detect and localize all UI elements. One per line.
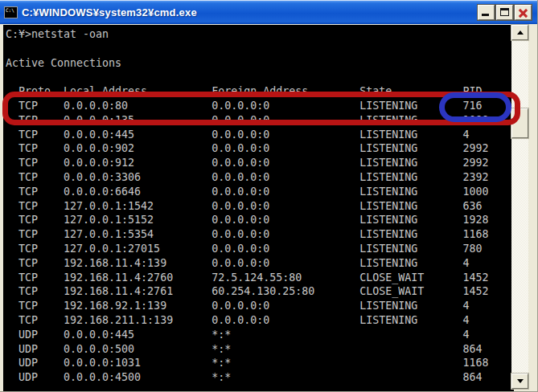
netstat-row: UDP 0.0.0.0:1031 *:* 1168 [6, 356, 514, 370]
netstat-row: TCP 0.0.0.0:6646 0.0.0.0:0 LISTENING 100… [6, 185, 514, 199]
netstat-row: TCP 0.0.0.0:445 0.0.0.0:0 LISTENING 4 [6, 128, 514, 142]
titlebar[interactable]: C:\ C:¥WINDOWS¥system32¥cmd.exe [0, 0, 537, 24]
netstat-row: TCP 192.168.11.4:2761 60.254.130.25:80 C… [6, 284, 514, 299]
maximize-button[interactable] [496, 5, 513, 20]
netstat-row: TCP 127.0.0.1:5354 0.0.0.0:0 LISTENING 1… [6, 227, 514, 242]
netstat-row: TCP 192.168.92.1:139 0.0.0.0:0 LISTENING… [6, 299, 514, 313]
console-line: Active Connections [6, 56, 514, 71]
netstat-row: UDP 0.0.0.0:4500 *:* 864 [6, 370, 514, 385]
vertical-scrollbar[interactable] [511, 25, 528, 389]
netstat-row: TCP 0.0.0.0:912 0.0.0.0:0 LISTENING 2992 [6, 156, 514, 170]
netstat-row: TCP 0.0.0.0:3306 0.0.0.0:0 LISTENING 239… [6, 170, 514, 185]
netstat-row: TCP 192.168.11.4:2760 72.5.124.55:80 CLO… [6, 271, 514, 285]
window-title: C:¥WINDOWS¥system32¥cmd.exe [22, 6, 478, 18]
blue-pid-ellipse [439, 92, 511, 122]
netstat-row: UDP 0.0.0.0:500 *:* 864 [6, 342, 514, 357]
console-line [6, 42, 514, 56]
console-line [6, 70, 514, 84]
console-output[interactable]: C:¥>netstat -oanActive Connections Proto… [3, 25, 514, 391]
window-controls [478, 5, 532, 20]
netstat-row: UDP 0.0.0.0:445 *:* 4 [6, 328, 514, 342]
arrow-up-icon [517, 31, 524, 35]
minimize-button[interactable] [478, 5, 495, 20]
window-body: C:¥>netstat -oanActive Connections Proto… [0, 24, 537, 392]
netstat-row: TCP 127.0.0.1:27015 0.0.0.0:0 LISTENING … [6, 242, 514, 256]
scroll-up-button[interactable] [511, 25, 528, 40]
minimize-icon [482, 14, 489, 16]
cmd-window: C:\ C:¥WINDOWS¥system32¥cmd.exe C:¥>nets… [0, 0, 538, 392]
netstat-row: TCP 127.0.0.1:5152 0.0.0.0:0 LISTENING 1… [6, 213, 514, 227]
cmd-console-icon: C:\ [4, 6, 18, 18]
close-button[interactable] [515, 5, 532, 20]
scroll-down-button[interactable] [511, 374, 528, 389]
netstat-row: TCP 0.0.0.0:902 0.0.0.0:0 LISTENING 2992 [6, 141, 514, 156]
arrow-down-icon [517, 379, 524, 383]
netstat-row: TCP 192.168.11.4:139 0.0.0.0:0 LISTENING… [6, 256, 514, 271]
netstat-row: TCP 192.168.211.1:139 0.0.0.0:0 LISTENIN… [6, 313, 514, 328]
maximize-icon [500, 8, 509, 16]
netstat-row: TCP 127.0.0.1:1542 0.0.0.0:0 LISTENING 6… [6, 199, 514, 214]
console-line: C:¥>netstat -oan [6, 27, 514, 42]
